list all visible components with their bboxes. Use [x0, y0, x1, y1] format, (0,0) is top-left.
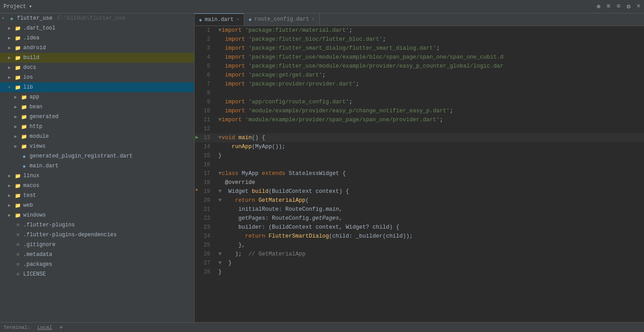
sidebar-item-test[interactable]: ▶ 📁 test [0, 191, 194, 200]
line-content: import 'package:provider/provider.dart'; [215, 80, 644, 89]
editor-area: ◈ main.dart × ◈ route_config.dart × 1 ▼i… [195, 13, 644, 322]
folder-icon: 📁 [14, 172, 21, 179]
sidebar-item-module[interactable]: ▶ 📁 module [0, 132, 194, 141]
line-number: 7 [195, 80, 215, 89]
sidebar-item-flutter-plugins-dep[interactable]: ▶ ≡ .flutter-plugins-dependencies [0, 230, 194, 240]
sidebar-item-label: LICENSE [23, 271, 46, 277]
sidebar-item-gitignore[interactable]: ▶ ≡ .gitignore [0, 240, 194, 250]
folder-icon: 📁 [14, 74, 21, 81]
icon-equalizer[interactable]: ≡ [617, 3, 620, 10]
sidebar-item-web[interactable]: ▶ 📁 web [0, 200, 194, 210]
folder-icon: 📁 [14, 64, 21, 71]
line-number: 10 [195, 106, 215, 115]
sidebar: ▾ ◆ flutter_use F:\GitHub\flutter_use ▶ … [0, 13, 195, 322]
line-number: 9 [195, 98, 215, 106]
text-file-icon: ≡ [14, 231, 21, 238]
add-terminal-button[interactable]: + [59, 324, 63, 331]
sidebar-item-label: android [23, 45, 46, 51]
sidebar-item-build[interactable]: ▶ 📁 build [0, 53, 194, 63]
line-number: 17 [195, 169, 215, 178]
sidebar-item-linux[interactable]: ▶ 📁 linux [0, 171, 194, 181]
code-line: 6 import 'package:get/get.dart'; [195, 71, 644, 80]
sidebar-item-label: http [30, 123, 42, 130]
dart-icon: ◈ [199, 17, 202, 23]
code-editor[interactable]: 1 ▼import 'package:flutter/material.dart… [195, 26, 644, 322]
line-number: 27 [195, 259, 215, 268]
line-content: getPages: RouteConfig.getPages, [215, 214, 644, 223]
line-content: } [215, 151, 644, 160]
code-line: 28 } [195, 268, 644, 277]
dropdown-arrow[interactable]: ▾ [29, 3, 32, 10]
sidebar-item-views[interactable]: ▶ 📁 views [0, 141, 194, 151]
sidebar-item-label: .flutter-plugins [23, 222, 75, 228]
line-content: import 'package:flutter_use/module/examp… [215, 62, 644, 71]
sidebar-item-label: windows [23, 212, 46, 218]
tab-main-dart[interactable]: ◈ main.dart × [195, 13, 244, 26]
text-file-icon: ≡ [14, 241, 21, 248]
sidebar-item-docs[interactable]: ▶ 📁 docs [0, 63, 194, 72]
sidebar-item-ios[interactable]: ▶ 📁 ios [0, 72, 194, 82]
code-content: 1 ▼import 'package:flutter/material.dart… [195, 26, 644, 277]
line-content: import 'module/example/provider/easy_p/c… [215, 106, 644, 115]
local-tab[interactable]: Local [37, 325, 52, 330]
sidebar-item-label: .flutter-plugins-dependencies [23, 232, 117, 238]
sidebar-item-android[interactable]: ▶ 📁 android [0, 43, 194, 53]
line-number: 18 [195, 178, 215, 187]
sidebar-item-label: docs [23, 64, 36, 71]
sidebar-item-flutter-plugins[interactable]: ▶ ≡ .flutter-plugins [0, 220, 194, 230]
sidebar-item-label: .metadata [23, 251, 52, 258]
sidebar-item-label: web [23, 202, 33, 209]
sidebar-item-label: test [23, 192, 36, 199]
icon-close[interactable]: × [637, 3, 640, 10]
line-number: 21 [195, 205, 215, 214]
line-number: 11 [195, 115, 215, 124]
tab-route-config[interactable]: ◈ route_config.dart × [244, 13, 320, 26]
sidebar-item-bean[interactable]: ▶ 📁 bean [0, 102, 194, 112]
sidebar-item-license[interactable]: ▶ ≡ LICENSE [0, 269, 194, 279]
line-content: initialRoute: RouteConfig.main, [215, 205, 644, 214]
code-line: 15 } [195, 151, 644, 160]
sidebar-item-label: .idea [23, 35, 39, 41]
tab-close-button[interactable]: × [312, 17, 315, 22]
line-content: ▼import 'package:flutter/material.dart'; [215, 26, 644, 35]
folder-icon: 📁 [14, 212, 21, 219]
sidebar-item-app[interactable]: ▶ 📁 app [0, 92, 194, 102]
line-content: builder: (BuildContext context, Widget? … [215, 223, 644, 232]
sidebar-item-label: macos [23, 183, 39, 189]
folder-icon: 📁 [21, 133, 28, 140]
line-content: import 'package:flutter_smart_dialog/flu… [215, 44, 644, 53]
line-number: 16 [195, 160, 215, 169]
icon-structure[interactable]: ⊕ [597, 3, 600, 10]
sidebar-item-http[interactable]: ▶ 📁 http [0, 122, 194, 132]
line-number: 5 [195, 62, 215, 71]
sidebar-item-generated[interactable]: ▶ 📁 generated [0, 112, 194, 122]
sidebar-root[interactable]: ▾ ◆ flutter_use F:\GitHub\flutter_use [0, 13, 194, 23]
code-line: 20 ▼ return GetMaterialApp( [195, 196, 644, 205]
line-number: 24 [195, 232, 215, 241]
tab-close-button[interactable]: × [236, 17, 239, 22]
code-line: 26 ▼ ); // GetMaterialApp [195, 250, 644, 259]
line-number: 6 [195, 71, 215, 80]
sidebar-item-packages[interactable]: ▶ ≡ .packages [0, 260, 194, 269]
sidebar-item-generated-plugin[interactable]: ▶ ◈ generated_plugin_registrant.dart [0, 151, 194, 161]
sidebar-item-label: .dart_tool [23, 25, 55, 31]
icon-hierarchy[interactable]: ≡ [606, 3, 610, 10]
code-line: 11 ▼import 'module/example/provider/span… [195, 115, 644, 124]
sidebar-item-dart-tool[interactable]: ▶ 📁 .dart_tool [0, 23, 194, 33]
sidebar-item-idea[interactable]: ▶ 📁 .idea [0, 33, 194, 43]
sidebar-item-label: build [23, 55, 39, 61]
line-content: import 'package:flutter_bloc/flutter_blo… [215, 35, 644, 44]
title-bar: Project ▾ ⊕ ≡ ≡ ⚙ × [0, 0, 644, 13]
sidebar-item-macos[interactable]: ▶ 📁 macos [0, 181, 194, 191]
folder-icon: 📁 [14, 84, 21, 91]
sidebar-item-label: main.dart [30, 163, 59, 169]
line-number: 13▶ [195, 133, 215, 142]
folder-icon: 📁 [14, 25, 21, 32]
sidebar-item-main-dart[interactable]: ▶ ◈ main.dart [0, 161, 194, 171]
code-line: 12 [195, 124, 644, 133]
sidebar-item-lib[interactable]: ▾ 📁 lib [0, 82, 194, 92]
sidebar-item-metadata[interactable]: ▶ ≡ .metadata [0, 250, 194, 260]
sidebar-item-windows[interactable]: ▶ 📁 windows [0, 210, 194, 220]
icon-settings[interactable]: ⚙ [627, 3, 630, 10]
text-file-icon: ≡ [14, 251, 21, 258]
